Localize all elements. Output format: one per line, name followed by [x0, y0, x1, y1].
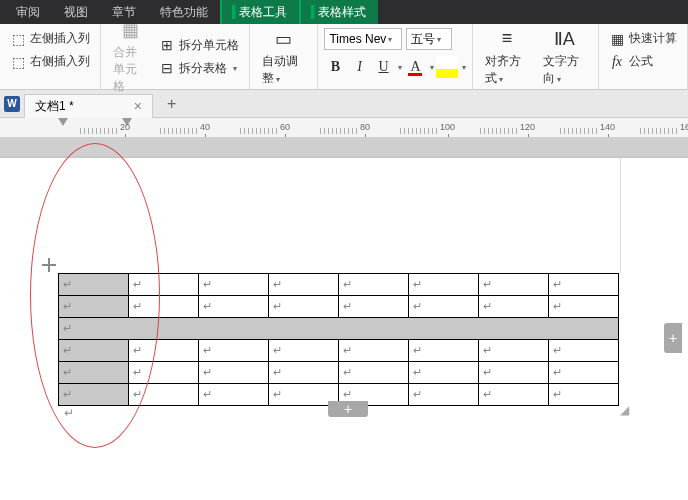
table-cell[interactable]: ↵	[59, 274, 129, 296]
table-cell[interactable]: ↵	[409, 384, 479, 406]
font-name-select[interactable]: Times Nev▾	[324, 28, 402, 50]
insert-col-right-button[interactable]: ⬚右侧插入列	[6, 51, 94, 72]
insert-left-icon: ⬚	[10, 31, 26, 47]
menubar: 审阅 视图 章节 特色功能 ▍表格工具 ▍表格样式	[0, 0, 688, 24]
table-cell[interactable]: ↵	[479, 296, 549, 318]
underline-button[interactable]: U	[372, 56, 394, 78]
table-row-merged[interactable]: ↵	[59, 318, 619, 340]
ribbon-group-insert: ⬚左侧插入列 ⬚右侧插入列	[0, 24, 101, 89]
chevron-down-icon: ▾	[557, 75, 561, 84]
table-cell[interactable]: ↵	[59, 362, 129, 384]
table-cell[interactable]: ↵	[549, 274, 619, 296]
merge-icon: ▦	[116, 18, 144, 42]
menu-table-style[interactable]: ▍表格样式	[299, 0, 378, 24]
table-cell[interactable]: ↵	[129, 296, 199, 318]
table-cell[interactable]: ↵	[129, 362, 199, 384]
table-cell[interactable]: ↵	[199, 340, 269, 362]
document-tab[interactable]: 文档1 * ×	[24, 94, 153, 118]
split-cells-button[interactable]: ⊞拆分单元格	[155, 35, 243, 56]
font-color-button[interactable]: A	[404, 56, 426, 78]
table-cell[interactable]: ↵	[269, 274, 339, 296]
ruler-tick: 20	[120, 122, 130, 132]
table-cell[interactable]: ↵	[409, 274, 479, 296]
add-row-button[interactable]: +	[328, 401, 368, 417]
chevron-down-icon: ▾	[430, 63, 434, 72]
text-direction-button[interactable]: ⅡA文字方向▾	[537, 25, 592, 89]
table-cell[interactable]: ↵	[409, 362, 479, 384]
ruler-tick: 100	[440, 122, 455, 132]
ruler-indent-marker[interactable]	[58, 118, 68, 128]
highlight-button[interactable]	[436, 56, 458, 78]
ribbon-group-align: ≡对齐方式▾ ⅡA文字方向▾	[473, 24, 599, 89]
table-cell[interactable]: ↵	[59, 296, 129, 318]
calc-icon: ▦	[609, 31, 625, 47]
bold-button[interactable]: B	[324, 56, 346, 78]
table-cell[interactable]: ↵	[129, 340, 199, 362]
auto-adjust-button[interactable]: ▭自动调整▾	[256, 25, 311, 89]
table-row[interactable]: ↵↵↵↵↵↵↵↵	[59, 296, 619, 318]
table-cell[interactable]: ↵	[199, 274, 269, 296]
table-cell[interactable]: ↵	[339, 296, 409, 318]
document-tab-strip: W 文档1 * × +	[0, 90, 688, 118]
chevron-down-icon: ▾	[388, 35, 392, 44]
table-cell[interactable]: ↵	[549, 340, 619, 362]
font-name-value: Times Nev	[329, 32, 386, 46]
content-table[interactable]: ↵↵↵↵↵↵↵↵ ↵↵↵↵↵↵↵↵ ↵ ↵↵↵↵↵↵↵↵ ↵↵↵↵↵↵↵↵ ↵↵…	[58, 273, 619, 406]
table-cell[interactable]: ↵	[409, 340, 479, 362]
table-cell[interactable]: ↵	[549, 296, 619, 318]
menu-table-style-label: 表格样式	[318, 5, 366, 19]
table-cell[interactable]: ↵	[199, 384, 269, 406]
align-button[interactable]: ≡对齐方式▾	[479, 25, 534, 89]
table-cell[interactable]: ↵	[269, 362, 339, 384]
merge-label: 合并单元格	[113, 44, 147, 95]
chevron-down-icon: ▾	[398, 63, 402, 72]
table-cell[interactable]: ↵	[479, 340, 549, 362]
menu-view[interactable]: 视图	[52, 0, 100, 24]
text-direction-icon: ⅡA	[550, 27, 578, 51]
ruler-tick: 60	[280, 122, 290, 132]
table-row[interactable]: ↵↵↵↵↵↵↵↵	[59, 340, 619, 362]
table-cell[interactable]: ↵	[59, 340, 129, 362]
table-cell[interactable]: ↵	[269, 340, 339, 362]
fx-icon: fx	[609, 54, 625, 70]
table-cell[interactable]: ↵	[129, 274, 199, 296]
split-table-button[interactable]: ⊟拆分表格▾	[155, 58, 243, 79]
ruler-tick: 40	[200, 122, 210, 132]
horizontal-ruler[interactable]: 20406080100120140160	[0, 118, 688, 138]
table-cell[interactable]: ↵	[549, 362, 619, 384]
chevron-down-icon: ▾	[499, 75, 503, 84]
table-cell[interactable]: ↵	[409, 296, 479, 318]
table-cell[interactable]: ↵	[339, 362, 409, 384]
table-cell[interactable]: ↵	[339, 340, 409, 362]
table-cell[interactable]: ↵	[199, 362, 269, 384]
fast-calc-button[interactable]: ▦快速计算	[605, 28, 681, 49]
font-size-select[interactable]: 五号▾	[406, 28, 452, 50]
svg-marker-0	[58, 118, 68, 126]
table-cell[interactable]: ↵	[199, 296, 269, 318]
table-row[interactable]: ↵↵↵↵↵↵↵↵	[59, 362, 619, 384]
add-column-button[interactable]: +	[664, 323, 682, 353]
split-table-icon: ⊟	[159, 60, 175, 76]
menu-review[interactable]: 审阅	[4, 0, 52, 24]
table-cell[interactable]: ↵	[59, 384, 129, 406]
table-move-handle[interactable]	[42, 258, 56, 272]
formula-button[interactable]: fx公式	[605, 51, 681, 72]
split-cells-icon: ⊞	[159, 37, 175, 53]
italic-button[interactable]: I	[348, 56, 370, 78]
table-cell[interactable]: ↵	[479, 362, 549, 384]
menu-special[interactable]: 特色功能	[148, 0, 220, 24]
table-cell[interactable]: ↵	[479, 274, 549, 296]
table-cell[interactable]: ↵	[339, 274, 409, 296]
new-tab-button[interactable]: +	[161, 95, 182, 113]
insert-col-left-button[interactable]: ⬚左侧插入列	[6, 28, 94, 49]
table-row[interactable]: ↵↵↵↵↵↵↵↵	[59, 274, 619, 296]
table-cell-merged[interactable]: ↵	[59, 318, 619, 340]
table-cell[interactable]: ↵	[129, 384, 199, 406]
table-cell[interactable]: ↵	[479, 384, 549, 406]
table-cell[interactable]: ↵	[549, 384, 619, 406]
menu-table-tools[interactable]: ▍表格工具	[220, 0, 299, 24]
close-tab-button[interactable]: ×	[134, 98, 142, 114]
ribbon-group-font: Times Nev▾ 五号▾ B I U▾ A▾ ▾	[318, 24, 473, 89]
table-resize-handle[interactable]: ◢	[620, 403, 629, 417]
table-cell[interactable]: ↵	[269, 296, 339, 318]
